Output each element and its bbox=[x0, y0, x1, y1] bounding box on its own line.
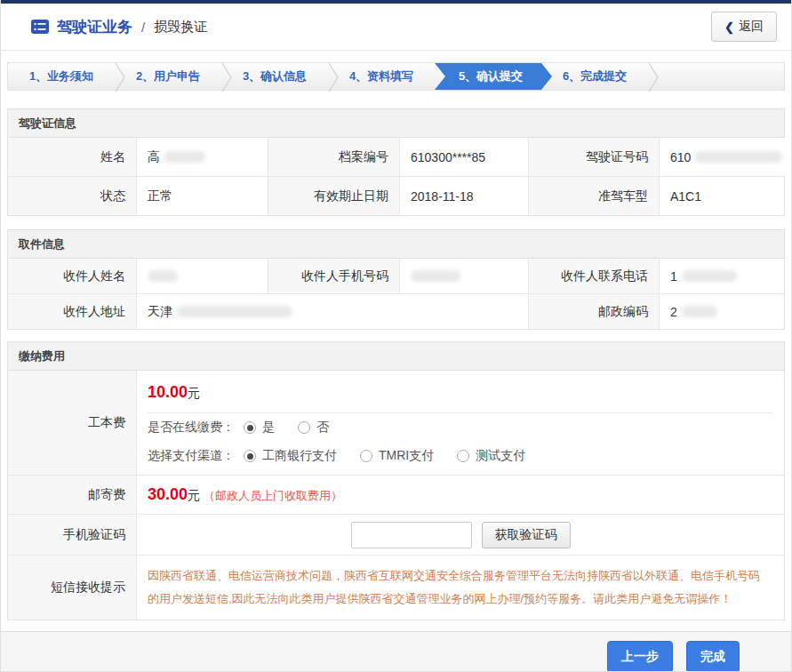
file-number-label: 档案编号 bbox=[268, 138, 400, 176]
captcha-row: 手机验证码 获取验证码 bbox=[8, 514, 784, 555]
production-fee-value: 10.00元 是否在线缴费： 是 否 选择支付渠道： bbox=[137, 371, 784, 475]
table-row: 姓名 高 档案编号 610300****85 驾驶证号码 610 bbox=[8, 138, 784, 176]
redacted-blur bbox=[695, 151, 782, 163]
name-value: 高 bbox=[137, 138, 268, 176]
captcha-label: 手机验证码 bbox=[8, 515, 137, 555]
redacted-blur bbox=[411, 270, 460, 282]
radio-selected-icon[interactable] bbox=[244, 450, 256, 462]
redacted-blur bbox=[164, 151, 205, 163]
back-chevron-icon: ❮ bbox=[724, 20, 734, 34]
vehicle-class-value: A1C1 bbox=[660, 177, 784, 215]
recipient-address-value: 天津 bbox=[137, 294, 529, 329]
finish-button[interactable]: 完成 bbox=[686, 641, 740, 672]
recipient-name-value bbox=[137, 259, 268, 293]
previous-step-button[interactable]: 上一步 bbox=[607, 641, 673, 672]
fees-section-title: 缴纳费用 bbox=[8, 342, 784, 371]
radio-channel-icbc[interactable]: 工商银行支付 bbox=[244, 448, 337, 464]
captcha-input[interactable] bbox=[351, 522, 472, 548]
recipient-name-label: 收件人姓名 bbox=[8, 259, 137, 293]
recipient-address-label: 收件人地址 bbox=[8, 294, 137, 329]
step-4-fill-materials[interactable]: 4、资料填写 bbox=[328, 63, 435, 90]
breadcrumb: 驾驶证业务 / 损毁换证 bbox=[30, 17, 711, 37]
step-progress-bar: 1、业务须知 2、用户申告 3、确认信息 4、资料填写 5、确认提交 6、完成提… bbox=[7, 62, 785, 91]
postage-fee-amount: 30.00元（邮政人员上门收取费用） bbox=[148, 485, 773, 504]
step-3-confirm-info[interactable]: 3、确认信息 bbox=[221, 63, 328, 90]
status-value: 正常 bbox=[137, 177, 268, 215]
sms-notice-text: 因陕西省联通、电信运营商技术问题，陕西省互联网交通安全综合服务管理平台无法向持陕… bbox=[148, 556, 773, 620]
license-list-icon bbox=[30, 19, 50, 35]
license-info-section-title: 驾驶证信息 bbox=[8, 109, 784, 138]
recipient-phone-label: 收件人联系电话 bbox=[529, 259, 660, 293]
step-1-business-notice[interactable]: 1、业务须知 bbox=[8, 63, 115, 90]
redacted-blur bbox=[682, 306, 717, 317]
table-row: 状态 正常 有效期止日期 2018-11-18 准驾车型 A1C1 bbox=[8, 176, 784, 215]
production-fee-row: 工本费 10.00元 是否在线缴费： 是 否 bbox=[8, 371, 784, 475]
radio-channel-tmri[interactable]: TMRI支付 bbox=[360, 448, 434, 464]
captcha-controls: 获取验证码 bbox=[137, 515, 784, 555]
back-button[interactable]: ❮ 返回 bbox=[711, 12, 777, 42]
expiry-date-label: 有效期止日期 bbox=[268, 177, 400, 215]
online-payment-option-line: 是否在线缴费： 是 否 bbox=[148, 413, 773, 442]
postage-fee-note: （邮政人员上门收取费用） bbox=[204, 489, 342, 502]
license-info-table: 驾驶证信息 姓名 高 档案编号 610300****85 驾驶证号码 610 状… bbox=[7, 108, 785, 216]
radio-online-no[interactable]: 否 bbox=[298, 420, 329, 436]
expiry-date-value: 2018-11-18 bbox=[400, 177, 529, 215]
radio-online-yes[interactable]: 是 bbox=[244, 420, 275, 436]
pickup-info-table: 取件信息 收件人姓名 收件人手机号码 收件人联系电话 1 收件人地址 天津 邮政… bbox=[7, 229, 785, 330]
step-6-complete-submit[interactable]: 6、完成提交 bbox=[541, 63, 648, 90]
postal-code-value: 2 bbox=[660, 294, 784, 329]
header: 驾驶证业务 / 损毁换证 ❮ 返回 bbox=[1, 4, 791, 51]
table-row: 收件人地址 天津 邮政编码 2 bbox=[8, 293, 784, 329]
license-number-value: 610 bbox=[660, 138, 792, 176]
payment-channel-label: 选择支付渠道： bbox=[148, 448, 235, 464]
step-5-confirm-submit[interactable]: 5、确认提交 bbox=[435, 63, 552, 90]
app-title: 驾驶证业务 bbox=[57, 17, 132, 37]
production-fee-label: 工本费 bbox=[8, 371, 137, 475]
radio-channel-test[interactable]: 测试支付 bbox=[457, 448, 525, 464]
status-label: 状态 bbox=[8, 177, 137, 215]
radio-selected-icon[interactable] bbox=[244, 421, 256, 434]
pickup-info-section-title: 取件信息 bbox=[8, 230, 784, 259]
postage-fee-value: 30.00元（邮政人员上门收取费用） bbox=[137, 476, 784, 514]
vehicle-class-label: 准驾车型 bbox=[529, 177, 660, 215]
page-title: 损毁换证 bbox=[154, 19, 207, 36]
postal-code-label: 邮政编码 bbox=[529, 294, 660, 329]
page: 驾驶证业务 / 损毁换证 ❮ 返回 1、业务须知 2、用户申告 3、确认信息 4… bbox=[0, 0, 792, 672]
footer-action-bar: 上一步 完成 bbox=[1, 631, 791, 672]
redacted-blur bbox=[177, 306, 292, 317]
online-payment-label: 是否在线缴费： bbox=[148, 420, 235, 436]
breadcrumb-separator: / bbox=[141, 20, 145, 35]
fees-table: 缴纳费用 工本费 10.00元 是否在线缴费： 是 否 bbox=[7, 341, 785, 620]
step-2-user-declaration[interactable]: 2、用户申告 bbox=[115, 63, 221, 90]
recipient-mobile-value bbox=[400, 259, 529, 293]
recipient-phone-value: 1 bbox=[660, 259, 784, 293]
table-row: 收件人姓名 收件人手机号码 收件人联系电话 1 bbox=[8, 259, 784, 293]
redacted-blur bbox=[682, 270, 737, 282]
postage-fee-label: 邮寄费 bbox=[8, 476, 137, 514]
production-fee-amount: 10.00元 bbox=[148, 371, 773, 412]
name-label: 姓名 bbox=[8, 138, 137, 176]
redacted-blur bbox=[148, 270, 178, 282]
get-captcha-button[interactable]: 获取验证码 bbox=[482, 522, 571, 548]
step-separator-icon bbox=[648, 63, 659, 92]
radio-unselected-icon[interactable] bbox=[457, 450, 469, 462]
recipient-mobile-label: 收件人手机号码 bbox=[268, 259, 400, 293]
file-number-value: 610300****85 bbox=[400, 138, 529, 176]
postage-fee-row: 邮寄费 30.00元（邮政人员上门收取费用） bbox=[8, 475, 784, 514]
radio-unselected-icon[interactable] bbox=[298, 421, 310, 434]
license-number-label: 驾驶证号码 bbox=[529, 138, 660, 176]
sms-notice-row: 短信接收提示 因陕西省联通、电信运营商技术问题，陕西省互联网交通安全综合服务管理… bbox=[8, 555, 784, 620]
sms-notice-value: 因陕西省联通、电信运营商技术问题，陕西省互联网交通安全综合服务管理平台无法向持陕… bbox=[137, 556, 784, 620]
radio-unselected-icon[interactable] bbox=[360, 450, 372, 462]
back-button-label: 返回 bbox=[739, 19, 764, 35]
sms-notice-label: 短信接收提示 bbox=[8, 556, 137, 620]
payment-channel-option-line: 选择支付渠道： 工商银行支付 TMRI支付 测试支付 bbox=[148, 442, 773, 475]
